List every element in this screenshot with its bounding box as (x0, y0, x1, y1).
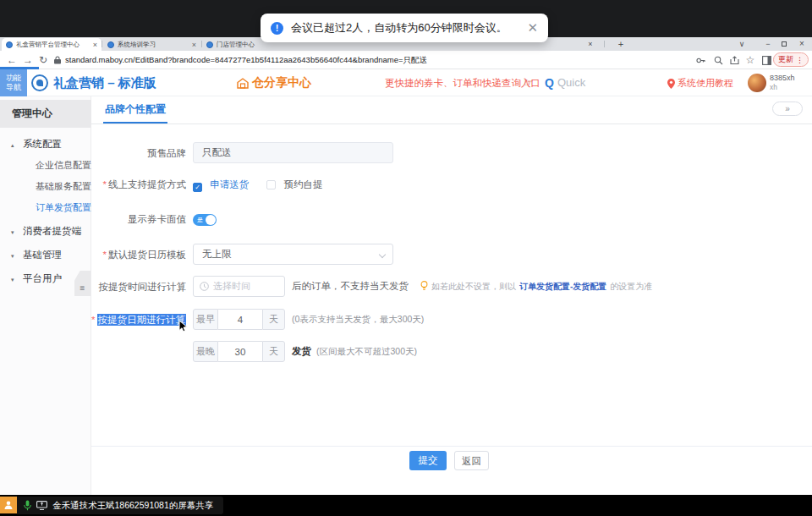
warehouse-icon (237, 78, 249, 89)
field-label: 显示券卡面值 (91, 213, 186, 226)
sidebar-item-enterprise-info[interactable]: 企业信息配置 (0, 156, 91, 173)
form-row-by-date-earliest: *按提货日期进行计算 最早 天 (0表示支持当天发货，最大300天) (91, 309, 812, 330)
sidebar-item-order-shipping[interactable]: 订单发货配置 (0, 199, 91, 216)
window-maximize-icon[interactable] (782, 41, 787, 47)
browser-tab-training[interactable]: 系统培训学习 × (103, 38, 200, 51)
quick-search-label[interactable]: Quick (557, 69, 585, 96)
bookmark-star-icon[interactable]: ☆ (743, 53, 757, 67)
toggle-knob (206, 215, 216, 225)
shipping-config-link[interactable]: 订单发货配置-发货配置 (519, 281, 606, 293)
calendar-template-value: 无上限 (202, 248, 232, 261)
option-delivery-label[interactable]: 申请送货 (210, 179, 249, 189)
sidebar-group-system-config[interactable]: ▴系统配置 (0, 135, 91, 152)
browser-menu-dots-icon[interactable]: ⋮ (796, 56, 804, 64)
location-pin-icon (667, 77, 675, 92)
required-mark: * (103, 179, 107, 189)
sidebar-item-basic-service[interactable]: 基础服务配置 (0, 178, 91, 195)
panel-collapse-button[interactable]: » (772, 102, 803, 116)
earliest-prefix: 最早 (193, 309, 218, 330)
side-panel-icon[interactable] (760, 53, 773, 67)
tab-separator (201, 41, 202, 47)
user-avatar[interactable] (748, 74, 766, 92)
new-tab-button[interactable]: + (615, 37, 627, 51)
earliest-hint: (0表示支持当天发货，最大300天) (292, 309, 424, 330)
tab-label: 系统培训学习 (118, 41, 189, 49)
required-mark: * (91, 315, 95, 325)
caret-down-icon: ▾ (11, 272, 23, 288)
nav-badge-line1: 功能 (0, 74, 27, 83)
chevron-down-icon (379, 251, 386, 258)
browser-update-button[interactable]: 更新 ⋮ (773, 52, 809, 67)
field-label: 按提货时间进行计算 (91, 281, 186, 294)
tab-close-icon[interactable]: × (192, 41, 196, 49)
microphone-icon (24, 500, 31, 511)
promo-text: 更快捷的券卡、订单和快递查询入口 (385, 69, 540, 96)
tip-text-1: 如若此处不设置，则以 (431, 281, 516, 293)
tab-favicon-icon (6, 41, 13, 48)
presale-brand-input[interactable]: 只配送 (193, 142, 393, 163)
reload-icon[interactable]: ↻ (39, 51, 47, 69)
tab-separator (102, 41, 102, 47)
warehouse-share-center-link[interactable]: 仓分享中心 (237, 69, 311, 96)
after-order-text: 后的订单，不支持当天发货 (292, 276, 409, 297)
required-mark: * (103, 250, 107, 260)
tab-close-icon[interactable]: × (93, 41, 97, 49)
back-button[interactable]: 返回 (454, 451, 489, 470)
tab-brand-config[interactable]: 品牌个性配置 (103, 96, 167, 124)
screen-share-bar: 金禾通技术王斌18662591081的屏幕共享 (0, 495, 812, 516)
system-tutorial-link[interactable]: 系统使用教程 (678, 69, 733, 96)
tab-close-icon[interactable]: × (585, 37, 595, 51)
presale-brand-value: 只配送 (202, 146, 232, 159)
key-icon[interactable] (694, 53, 707, 67)
menu-lines-icon: ≡ (80, 283, 85, 293)
url-field[interactable]: standard.maboy.cn/EditBand?brandcode=844… (54, 53, 528, 67)
caret-up-icon: ▴ (11, 137, 23, 154)
window-minimize-icon[interactable]: − (762, 37, 774, 51)
content-tab-bar: 品牌个性配置 (91, 96, 812, 124)
field-label: *线上支持提货方式 (91, 178, 186, 191)
calendar-template-select[interactable]: 无上限 (193, 244, 393, 265)
lock-icon (54, 56, 61, 64)
app-header: 功能 导航 礼盒营销 – 标准版 仓分享中心 更快捷的券卡、订单和快递查询入口 … (0, 69, 812, 96)
share-icon[interactable] (727, 53, 741, 67)
ship-text: 发货 (292, 341, 311, 362)
time-picker-input[interactable]: 选择时间 (193, 276, 285, 297)
window-menu-icon[interactable]: ∨ (736, 37, 748, 51)
field-label: *按提货日期进行计算 (91, 314, 186, 327)
zoom-icon[interactable] (711, 53, 725, 67)
field-label: *默认提货日历模板 (91, 249, 186, 261)
latest-unit: 天 (262, 341, 285, 362)
pointing-hand-icon: ☞ (524, 69, 534, 96)
toggle-on-text: 是 (197, 217, 203, 223)
latest-prefix: 最晚 (193, 341, 218, 362)
desktop: ! 会议已超过2人，自动转为60分钟限时会议。 ✕ 礼盒营销平台管理中心 × 系… (0, 0, 812, 516)
checkbox-selfpickup-unchecked[interactable] (266, 180, 276, 189)
caret-down-icon: ▾ (11, 248, 23, 265)
info-icon: ! (271, 22, 283, 35)
quick-search-q[interactable]: Q (545, 69, 554, 96)
face-value-toggle-on[interactable]: 是 (193, 214, 217, 226)
page-loading-bar (0, 67, 39, 69)
earliest-days-input[interactable] (218, 309, 262, 330)
feature-nav-button[interactable]: 功能 导航 (0, 69, 27, 96)
form-row-calendar-template: *默认提货日历模板 无上限 (91, 244, 812, 265)
group-label: 平台用户 (23, 273, 62, 283)
tip-text-2: 的设置为准 (610, 281, 652, 293)
submit-button[interactable]: 提交 (409, 451, 447, 470)
latest-days-input[interactable] (218, 341, 262, 362)
participant-button[interactable] (0, 497, 17, 513)
form-row-face-value: 显示券卡面值 是 (91, 213, 812, 227)
user-id: 8385xh (770, 74, 795, 83)
form-row-pickup-methods: *线上支持提货方式 ✓ 申请送货 预约自提 (91, 178, 812, 192)
sidebar-group-consumer-pickup[interactable]: ▾消费者提货端 (0, 222, 91, 239)
checkbox-delivery-checked[interactable]: ✓ (193, 183, 202, 192)
window-close-icon[interactable]: × (796, 37, 808, 51)
sidebar-group-basic-management[interactable]: ▾基础管理 (0, 246, 91, 263)
sidebar-header: 管理中心 (0, 100, 91, 128)
toast-close-icon[interactable]: ✕ (527, 20, 538, 36)
form-row-presale-brand: 预售品牌 只配送 (91, 142, 812, 163)
option-selfpickup-label[interactable]: 预约自提 (284, 179, 323, 189)
browser-tab-gift-admin[interactable]: 礼盒营销平台管理中心 × (2, 38, 102, 51)
form-row-by-time: 按提货时间进行计算 选择时间 后的订单，不支持当天发货 如若此处不设置，则以订单… (91, 276, 812, 297)
clock-icon (200, 282, 209, 291)
